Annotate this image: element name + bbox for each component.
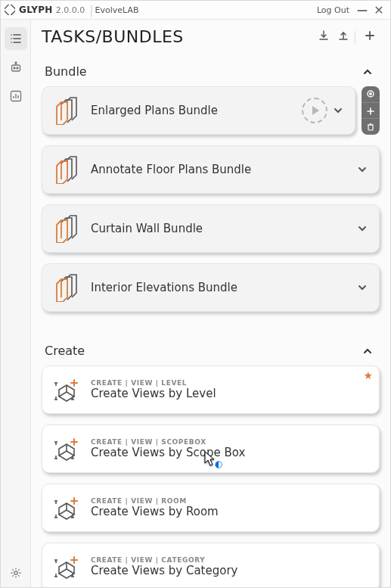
bundle-row: Interior Elevations Bundle (42, 263, 380, 312)
bundle-label: Curtain Wall Bundle (91, 222, 203, 235)
task-breadcrumb: CREATE | VIEW | LEVEL (91, 379, 216, 387)
bundle-stack-icon (50, 95, 82, 126)
svg-point-8 (14, 67, 15, 69)
bundle-stack-icon (50, 213, 82, 244)
plus-icon (365, 30, 375, 44)
run-bundle-button[interactable] (302, 98, 327, 123)
download-icon (318, 30, 330, 45)
expand-bundle-button[interactable] (332, 104, 344, 117)
bundle-card[interactable]: Interior Elevations Bundle (42, 263, 380, 312)
svg-point-16 (14, 571, 17, 574)
content-scroll[interactable]: Bundle Enla (31, 51, 390, 587)
chevron-up-icon (362, 66, 374, 78)
bundle-delete-button[interactable] (362, 118, 380, 135)
play-icon (302, 98, 327, 123)
task-breadcrumb: CREATE | VIEW | ROOM (91, 497, 219, 505)
sidebar-item-analytics[interactable] (5, 85, 27, 107)
task-breadcrumb: CREATE | VIEW | CATEGORY (91, 556, 237, 564)
bundle-stack-icon (50, 272, 82, 303)
svg-point-21 (370, 93, 371, 95)
svg-rect-0 (5, 5, 15, 15)
main-panel: TASKS/BUNDLES Bundle (31, 20, 390, 587)
svg-rect-7 (11, 65, 20, 71)
app-window: GLYPH 2.0.0.0 | EvolveLAB Log Out — ✕ (0, 0, 391, 588)
link-icon (366, 87, 375, 101)
create-view-icon (50, 552, 82, 582)
create-view-icon (50, 434, 82, 464)
task-breadcrumb: CREATE | VIEW | SCOPEBOX (91, 438, 245, 446)
bundle-action-pod (362, 86, 380, 135)
title-divider: | (89, 3, 93, 17)
sidebar-item-ai[interactable] (5, 56, 27, 79)
robot-icon (9, 61, 23, 74)
bundle-card[interactable]: Curtain Wall Bundle (42, 204, 380, 253)
expand-bundle-button[interactable] (356, 282, 368, 294)
section-create-header[interactable]: Create (42, 322, 380, 366)
bundle-card[interactable]: Annotate Floor Plans Bundle (42, 145, 380, 194)
sidebar-item-tasks[interactable] (5, 27, 27, 50)
bundle-label: Interior Elevations Bundle (91, 281, 237, 294)
bundle-stack-icon (50, 154, 82, 185)
task-card[interactable]: ★ CREATE | VIEW | LEVEL Create Views by … (42, 366, 380, 414)
section-bundle: Bundle Enla (42, 54, 380, 312)
task-card[interactable]: CREATE | VIEW | ROOM Create Views by Roo… (42, 484, 380, 532)
bundle-card[interactable]: Enlarged Plans Bundle (42, 86, 355, 135)
close-button[interactable]: ✕ (371, 3, 387, 17)
import-button[interactable] (315, 29, 332, 45)
task-card[interactable]: CREATE | VIEW | SCOPEBOX Create Views by… (42, 425, 380, 473)
expand-bundle-button[interactable] (356, 222, 368, 235)
header-divider (355, 31, 355, 43)
bundle-add-button[interactable] (362, 102, 380, 119)
titlebar: GLYPH 2.0.0.0 | EvolveLAB Log Out — ✕ (1, 1, 390, 20)
section-bundle-header[interactable]: Bundle (42, 54, 380, 86)
svg-point-11 (15, 62, 17, 64)
bundle-row: Curtain Wall Bundle (42, 204, 380, 253)
svg-point-9 (17, 67, 18, 69)
task-label: Create Views by Level (91, 387, 216, 400)
glyph-logo-icon (4, 4, 16, 16)
chevron-up-icon (362, 345, 374, 357)
list-icon (9, 32, 23, 45)
bundle-label: Enlarged Plans Bundle (91, 104, 218, 117)
bundle-row: Annotate Floor Plans Bundle (42, 145, 380, 194)
task-label: Create Views by Category (91, 564, 237, 577)
minimize-button[interactable]: — (354, 4, 371, 16)
org-name: EvolveLAB (95, 5, 139, 15)
create-view-icon (50, 375, 82, 405)
page-title: TASKS/BUNDLES (42, 27, 184, 46)
upload-icon (337, 30, 349, 45)
create-view-icon (50, 493, 82, 523)
bundle-row: Enlarged Plans Bundle (42, 86, 380, 135)
bundle-link-button[interactable] (362, 86, 380, 102)
sidebar (1, 20, 31, 587)
expand-bundle-button[interactable] (356, 163, 368, 176)
task-card[interactable]: CREATE | VIEW | CATEGORY Create Views by… (42, 543, 380, 587)
page-header: TASKS/BUNDLES (31, 20, 390, 51)
star-icon[interactable]: ★ (363, 369, 373, 381)
section-create-title: Create (45, 344, 85, 358)
section-create: Create ★ CREATE | VIEW | LEVEL Create Vi… (42, 322, 380, 587)
bundle-label: Annotate Floor Plans Bundle (91, 163, 251, 176)
app-version: 2.0.0.0 (56, 5, 85, 15)
trash-icon (367, 120, 374, 134)
busy-spinner-icon: ◐ (215, 459, 222, 469)
chart-icon (9, 89, 23, 103)
add-button[interactable] (362, 29, 378, 45)
logout-button[interactable]: Log Out (317, 5, 349, 15)
section-bundle-title: Bundle (45, 64, 87, 79)
task-label: Create Views by Room (91, 505, 219, 518)
gear-icon (9, 566, 23, 580)
plus-icon (367, 104, 374, 118)
export-button[interactable] (335, 29, 352, 45)
task-label: Create Views by Scope Box (91, 446, 245, 459)
app-name: GLYPH (19, 5, 53, 15)
sidebar-item-settings[interactable] (5, 562, 27, 584)
svg-rect-24 (368, 125, 373, 130)
